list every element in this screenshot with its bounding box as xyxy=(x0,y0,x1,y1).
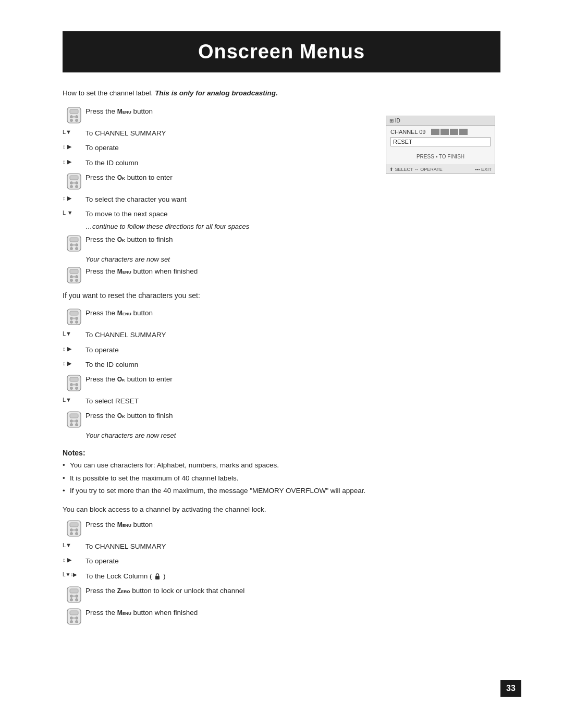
remote-icon-r1 xyxy=(66,308,82,326)
block-3 xyxy=(450,129,458,135)
svg-point-4 xyxy=(70,119,73,122)
main-content: Press the Menu button L▼ To CHANNEL SUMM… xyxy=(63,105,500,628)
arrow-cell-l2: L▼ xyxy=(63,540,85,549)
step-3-operate: ↕ ▶ To operate xyxy=(63,142,370,153)
step-r5-press-ok: Press the Ok button to enter xyxy=(63,373,370,392)
svg-point-38 xyxy=(76,384,78,386)
page-container: Onscreen Menus How to set the channel la… xyxy=(0,0,563,670)
svg-rect-41 xyxy=(72,384,76,386)
notes-list: You can use characters for: Alphabet, nu… xyxy=(63,460,370,496)
remote-icon-l1 xyxy=(66,520,82,537)
italic-note-set: Your characters are now set xyxy=(85,255,370,263)
svg-point-62 xyxy=(76,598,78,601)
arrow-cell-r6: L▼ xyxy=(63,395,85,404)
arrow-cell-2: L▼ xyxy=(63,127,85,136)
step-r3: ↕ ▶ To operate xyxy=(63,344,370,355)
icon-cell-l6 xyxy=(63,607,85,625)
svg-point-23 xyxy=(70,276,73,278)
lock-step-4-text: To the Lock Column ( ) xyxy=(85,570,370,582)
arrow-7: L ▼ xyxy=(63,209,73,217)
svg-rect-34 xyxy=(72,318,76,319)
note-item-1: You can use characters for: Alphabet, nu… xyxy=(63,460,370,471)
press-finish: PRESS ▪ TO FINISH xyxy=(390,151,491,162)
icon-cell-9 xyxy=(63,265,85,284)
block-2 xyxy=(440,129,449,135)
svg-point-53 xyxy=(70,533,73,535)
svg-rect-13 xyxy=(72,182,76,183)
svg-point-45 xyxy=(76,420,78,423)
step-4-text: To the ID column xyxy=(85,157,370,168)
step-r3-text: To operate xyxy=(85,344,370,355)
arrow-r3: ↕ ▶ xyxy=(63,345,71,353)
step-5-press-ok-enter: Press the Ok button to enter xyxy=(63,171,370,190)
step-r2: L▼ To CHANNEL SUMMARY xyxy=(63,329,370,340)
svg-rect-1 xyxy=(70,109,78,114)
section2-intro: If you want to reset the characters you … xyxy=(63,291,370,300)
svg-rect-20 xyxy=(72,244,76,246)
step-r4: ↕ ▶ To the ID column xyxy=(63,359,370,370)
svg-rect-55 xyxy=(72,529,76,531)
step-7-text: To move to the next space xyxy=(85,208,370,219)
arrow-cell-r3: ↕ ▶ xyxy=(63,344,85,353)
lock-step-6: Press the Menu button when finished xyxy=(63,607,370,625)
remote-icon-l5 xyxy=(66,586,82,603)
svg-rect-65 xyxy=(70,611,78,615)
svg-point-3 xyxy=(76,116,78,118)
block-4 xyxy=(459,129,468,135)
remote-icon-8 xyxy=(66,235,82,252)
svg-point-68 xyxy=(70,620,73,623)
icon-cell-1 xyxy=(63,105,85,124)
step-r1-text: Press the Menu button xyxy=(85,307,370,318)
lock-step-5: Press the Zero button to lock or unlock … xyxy=(63,585,370,603)
arrow-r4: ↕ ▶ xyxy=(63,360,71,367)
step-5-text: Press the Ok button to enter xyxy=(85,171,370,183)
icon-cell-r5 xyxy=(63,373,85,392)
svg-point-33 xyxy=(76,321,78,324)
lock-step-2-text: To CHANNEL SUMMARY xyxy=(85,540,370,552)
svg-rect-50 xyxy=(70,523,78,527)
svg-rect-29 xyxy=(70,311,78,315)
lock-icon xyxy=(154,573,161,580)
reset-label: RESET xyxy=(393,139,412,145)
arrow-r6: L▼ xyxy=(63,396,71,404)
svg-point-40 xyxy=(76,387,78,390)
step-8-press-ok-finish: Press the Ok button to finish xyxy=(63,233,370,252)
intro-paragraph: How to set the channel label. This is on… xyxy=(63,89,500,97)
svg-point-16 xyxy=(70,244,73,246)
remote-icon-9 xyxy=(66,266,82,284)
arrow-cell-4: ↕ ▶ xyxy=(63,157,85,166)
arrow-cell-l4: L▼↕▶ xyxy=(63,570,85,578)
icon-cell-l5 xyxy=(63,585,85,603)
notes-label: Notes: xyxy=(63,449,370,457)
step-r6: L▼ To select RESET xyxy=(63,395,370,406)
svg-point-30 xyxy=(70,317,73,320)
arrow-l3: ↕ ▶ xyxy=(63,556,71,564)
step-2-text: To CHANNEL SUMMARY xyxy=(85,127,370,139)
svg-rect-48 xyxy=(72,421,76,422)
svg-point-44 xyxy=(70,420,73,423)
svg-rect-22 xyxy=(70,269,78,274)
header-banner: Onscreen Menus xyxy=(63,31,500,72)
svg-rect-15 xyxy=(70,238,78,242)
remote-icon-l6 xyxy=(66,608,82,625)
channel-row: CHANNEL 09 xyxy=(390,129,491,135)
svg-point-69 xyxy=(76,620,78,623)
icon-cell-5 xyxy=(63,171,85,190)
icon-cell-r7 xyxy=(63,410,85,428)
icon-cell-l1 xyxy=(63,519,85,537)
channel-name: CHANNEL 09 xyxy=(390,129,427,135)
remote-icon-1 xyxy=(66,106,82,124)
arrow-6: ↕ ▶ xyxy=(63,194,71,202)
svg-point-17 xyxy=(76,244,78,246)
note-item-3: If you try to set more than the 40 maxim… xyxy=(63,486,370,496)
block-1 xyxy=(431,129,439,135)
svg-point-26 xyxy=(76,279,78,282)
step-8-text: Press the Ok button to finish xyxy=(85,233,370,245)
svg-rect-70 xyxy=(72,617,76,619)
svg-rect-43 xyxy=(70,414,78,418)
remote-icon-r7 xyxy=(66,411,82,428)
right-column: ⊞ ID CHANNEL 09 RESET xyxy=(386,105,500,628)
step-r5-text: Press the Ok button to enter xyxy=(85,373,370,385)
svg-rect-8 xyxy=(70,176,78,180)
lock-step-1: Press the Menu button xyxy=(63,519,370,537)
